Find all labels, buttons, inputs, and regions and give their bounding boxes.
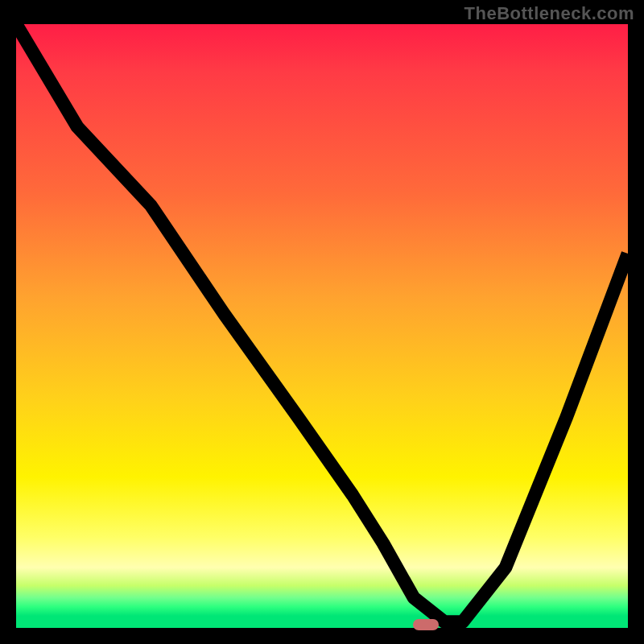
chart-frame: TheBottleneck.com [0, 0, 644, 644]
optimal-point-marker [413, 619, 439, 630]
plot-area [16, 24, 628, 628]
gradient-background [16, 24, 628, 628]
watermark-text: TheBottleneck.com [464, 3, 634, 24]
